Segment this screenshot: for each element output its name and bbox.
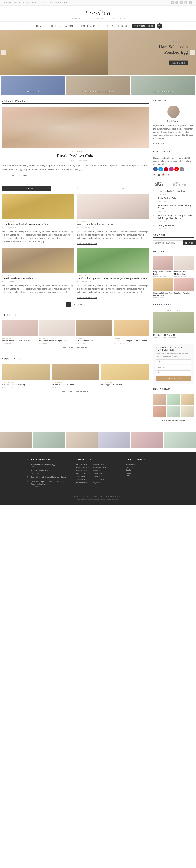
dessert-post-4-title[interactable]: Cinnamon & Orange Jam Linzer Cookies: [113, 339, 149, 342]
archive-jan-2013[interactable]: January 2013: [76, 479, 89, 481]
archive-nov-2015[interactable]: November 2015: [93, 466, 105, 468]
nav-shop[interactable]: SHOP: [104, 25, 116, 27]
footer-cat-drinks[interactable]: Drinks: [126, 469, 169, 471]
top-link-recipe[interactable]: RECIPE CARDS DEMO: [13, 2, 35, 4]
archive-mar-2013[interactable]: March 2013: [93, 475, 105, 477]
footer-popular-title-1[interactable]: Ham Salad with Poached Egg: [31, 463, 70, 466]
sidebar-pin-text[interactable]: 📌: [162, 173, 165, 176]
footer-cat-desserts[interactable]: Desserts: [126, 466, 169, 468]
newsletter-firstname[interactable]: [156, 359, 191, 364]
sidebar-fb-text[interactable]: f: [166, 173, 167, 176]
archive-oct-2014[interactable]: October 2014: [76, 472, 89, 474]
dessert-post-3-title[interactable]: Rustic Pavlova Cake: [76, 339, 112, 342]
footer-nav-contact[interactable]: CONTACT: [93, 496, 102, 498]
appetizer-post-3-title[interactable]: Fried Eggs with Tomatoes: [101, 383, 149, 386]
feature-box-instagram[interactable]: FOLLOW ME @INSTAGRAM: [66, 76, 130, 95]
page-1[interactable]: 1: [66, 302, 71, 307]
archive-oct-2012[interactable]: October 2012: [76, 482, 89, 484]
nav-about[interactable]: ABOUT: [63, 25, 76, 27]
mv-title-2[interactable]: Rustic Pavlova Cake: [158, 197, 194, 200]
archive-mar-2015[interactable]: March 2015: [93, 472, 105, 474]
sidebar-appetizer-post-title[interactable]: Ham Salad with Poached Egg: [153, 334, 194, 336]
sidebar-insta-text[interactable]: 📷: [157, 173, 161, 176]
archive-jun-2015[interactable]: June 2015: [93, 469, 105, 471]
hero-next-arrow[interactable]: ›: [190, 51, 195, 55]
archive-oct-2018[interactable]: October 2018: [76, 463, 89, 465]
strip-cell-1[interactable]: [0, 432, 32, 448]
pinterest-icon[interactable]: p: [184, 1, 188, 4]
post-card-1-title[interactable]: Sample Post with Blocks (Gutenberg Edito…: [2, 223, 74, 226]
insta-cell-5[interactable]: [167, 406, 180, 417]
post-card-2-continue[interactable]: CONTINUE READING: [77, 243, 97, 245]
footer-nav-privacy[interactable]: PRIVACY POLICY: [105, 496, 122, 498]
insta-cell-3[interactable]: [181, 394, 194, 405]
sb-dessert-3-title[interactable]: Cinnamon & Orange Jam Linzer Cookies: [153, 292, 173, 297]
top-link-contact[interactable]: CONTACT: [38, 2, 48, 4]
footer-cat-italian[interactable]: Italian: [126, 472, 169, 474]
featured-post-continue[interactable]: CONTINUE READING: [2, 175, 27, 177]
archive-jun-2013[interactable]: June 2013: [76, 475, 89, 477]
footer-cat-pasta[interactable]: Pasta: [126, 475, 169, 477]
search-button[interactable]: SEARCH: [183, 240, 196, 245]
hero-read-more-button[interactable]: READ MORE: [169, 61, 188, 65]
footer-popular-title-3[interactable]: Sample Post with Blocks (Gutenberg Edito…: [31, 476, 70, 478]
rss-icon[interactable]: r: [189, 1, 192, 4]
sb-dessert-1-title[interactable]: Berry Crumble with Fresh Berries: [153, 271, 173, 275]
footer-cat-video[interactable]: Video: [126, 477, 169, 480]
filter-tab-title-date[interactable]: TITLE & DATE: [2, 186, 51, 191]
filter-tab-date[interactable]: DATE: [100, 186, 149, 191]
sidebar-facebook-icon[interactable]: f: [153, 167, 158, 172]
archive-jan-2016[interactable]: January 2016: [93, 463, 105, 465]
view-more-appetizers[interactable]: VIEW MORE IN APPETIZERS...: [61, 391, 90, 393]
sidebar-email-icon[interactable]: @: [180, 167, 184, 172]
post-card-2-title[interactable]: Berry Crumble with Fresh Berries: [77, 223, 149, 226]
mv-title-5[interactable]: Tasting the Elements: [158, 224, 194, 227]
sidebar-instagram-icon[interactable]: i: [169, 167, 173, 172]
appetizer-post-2-title[interactable]: Sliced Bread Ciabatta and Oil: [52, 383, 100, 386]
nav-contact[interactable]: CONTACT: [116, 25, 132, 27]
newsletter-subscribe-button[interactable]: SUBSCRIBE!: [156, 376, 191, 381]
footer-nav-about[interactable]: ABOUT: [83, 496, 90, 498]
top-link-about[interactable]: ABOUT: [4, 2, 11, 4]
footer-popular-title-2[interactable]: Rustic Pavlova Cake: [31, 469, 70, 472]
archive-aug-2015[interactable]: August 2015: [76, 469, 89, 471]
feature-box-about[interactable]: ABOUT ME: [1, 76, 65, 95]
sidebar-read-more[interactable]: READ MORE: [153, 143, 166, 145]
dessert-post-2-title[interactable]: Pistachio Pavlova Meringue Cakes: [39, 339, 75, 342]
filter-tab-title[interactable]: TITLE: [51, 186, 100, 191]
archive-oct-2015[interactable]: October 2015: [93, 479, 105, 481]
strip-cell-2[interactable]: [33, 432, 65, 448]
sidebar-yt-text[interactable]: ▶: [168, 173, 170, 176]
archive-dec-2015[interactable]: December 2015: [76, 466, 89, 468]
tab-most-viewed[interactable]: MOST VIEWED: [153, 181, 171, 187]
footer-popular-title-4[interactable]: Salad with Arugula & Cherry Tomatoes (WP…: [31, 480, 70, 486]
insta-cell-6[interactable]: [181, 406, 194, 417]
post-card-3-title[interactable]: Sliced Bread Ciabatta and Oil: [2, 277, 74, 280]
feature-box-shop[interactable]: VISIT THE SHOP: [131, 76, 195, 95]
tab-most-commented[interactable]: MOST COMMENTED: [171, 181, 194, 187]
sidebar-twitter-icon[interactable]: t: [158, 167, 163, 172]
view-on-instagram-link[interactable]: View on Instagram: [153, 418, 194, 423]
newsletter-email[interactable]: [156, 370, 191, 375]
sb-dessert-2-title[interactable]: Pistachio Pavlova Meringue Cakes: [174, 271, 194, 275]
insta-cell-1[interactable]: [153, 394, 166, 405]
mv-title-1[interactable]: Ham Salad with Poached Egg: [158, 190, 194, 193]
top-link-privacy[interactable]: PRIVACY POLICY: [50, 2, 67, 4]
twitter-icon[interactable]: t: [180, 1, 183, 4]
hero-prev-arrow[interactable]: ‹: [1, 51, 6, 55]
facebook-icon[interactable]: f: [175, 1, 178, 4]
sidebar-youtube-icon[interactable]: y: [174, 167, 179, 172]
mv-title-4[interactable]: Salad with Arugula & Cherry Tomatoes (WP…: [158, 214, 194, 220]
instagram-icon[interactable]: ●: [171, 1, 174, 4]
strip-cell-5[interactable]: [131, 432, 163, 448]
mv-title-3[interactable]: Sample Post with Blocks (Gutenberg Edito…: [158, 204, 194, 210]
page-2[interactable]: 2: [72, 302, 77, 307]
sidebar-twitter-text[interactable]: 💌: [153, 173, 156, 176]
nav-recipes[interactable]: RECIPES ▾: [45, 25, 63, 27]
archive-jul-2012[interactable]: July 2012: [93, 482, 105, 484]
nav-home[interactable]: HOME: [34, 25, 45, 27]
post-card-4-title[interactable]: Salad with Arugula & Cherry Tomatoes (WP…: [77, 277, 149, 280]
nav-theme[interactable]: THEME FEATURES ▾: [76, 25, 104, 27]
strip-cell-4[interactable]: [98, 432, 130, 448]
sb-dessert-4-title[interactable]: Strawberry Pancakes: [174, 292, 194, 294]
